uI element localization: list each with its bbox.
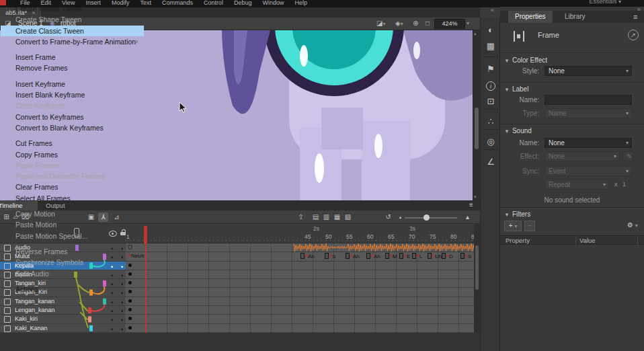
- chevron-down-icon: ▾: [514, 223, 517, 229]
- frames-row-badan[interactable]: [126, 270, 474, 279]
- sound-name-select[interactable]: None▾: [545, 138, 632, 148]
- menu-item-select-all-frames[interactable]: Select All Frames: [1, 193, 144, 204]
- submenu-arrow-icon: ›: [136, 36, 138, 47]
- layer-lock-dot[interactable]: •: [121, 299, 123, 307]
- layer-row-kaki-kiri[interactable]: Kaki_kiri••: [0, 315, 126, 323]
- menu-item-create-motion-tween[interactable]: Create Motion Tween: [1, 3, 144, 14]
- center-frame-icon[interactable]: ⊕: [413, 20, 418, 27]
- frames-row-lengan-kiri[interactable]: [126, 288, 474, 297]
- frames-row-audio[interactable]: [126, 243, 474, 252]
- timeline-zoom-out-icon[interactable]: ▴: [395, 212, 405, 222]
- cc-libraries-icon[interactable]: ◎: [481, 134, 501, 149]
- motion-editor-icon[interactable]: ∠: [481, 155, 501, 169]
- tab-properties[interactable]: Properties: [508, 11, 553, 23]
- chevron-down-icon: ▼: [504, 58, 510, 64]
- menu-item-cut-frames[interactable]: Cut Frames: [1, 138, 144, 149]
- scrollbar-thumb[interactable]: [475, 245, 479, 290]
- loop-icon[interactable]: ↺: [383, 212, 393, 222]
- info-icon[interactable]: i: [481, 78, 501, 93]
- brush-library-icon[interactable]: ∴: [481, 114, 501, 129]
- playhead-marker[interactable]: [144, 226, 147, 243]
- onion-skin-outlines-icon[interactable]: ▥: [321, 212, 331, 222]
- ruler-ticks: [126, 240, 474, 241]
- menu-commands[interactable]: Commands: [157, 0, 198, 7]
- align-icon[interactable]: ⚑: [481, 62, 501, 77]
- keyframe-dot: [417, 255, 419, 257]
- workspace-switcher[interactable]: Essentials ▾: [589, 0, 621, 5]
- section-filters[interactable]: ▼Filters: [504, 210, 530, 218]
- help-icon[interactable]: ↗: [628, 30, 639, 40]
- timeline-zoom-slider[interactable]: [405, 217, 457, 219]
- menu-item-convert-to-blank-keyframes[interactable]: Convert to Blank Keyframes: [1, 122, 144, 133]
- playhead-line: [145, 243, 147, 333]
- timeline-scrollbar[interactable]: [474, 224, 480, 333]
- keyframe-marker: [428, 253, 432, 259]
- layer-lock-dot[interactable]: •: [121, 307, 123, 315]
- layer-visible-dot[interactable]: •: [111, 299, 113, 307]
- menu-item-convert-to-frame-by-frame-animation[interactable]: Convert to Frame-by-Frame Animation›: [1, 36, 144, 47]
- color-panel-icon[interactable]: ◐: [481, 23, 501, 38]
- label-name-input[interactable]: [545, 95, 632, 105]
- panel-menu-icon[interactable]: ≡: [633, 13, 637, 21]
- modify-markers-icon[interactable]: ▧: [343, 212, 353, 222]
- stage-scrollbar[interactable]: ▴ ▾: [473, 30, 480, 200]
- frames-row-mulut[interactable]: NeutrAhSAhAhMELUhDS: [126, 252, 474, 261]
- layer-visible-dot[interactable]: •: [111, 325, 113, 334]
- frames-row-lengan-kanan[interactable]: [126, 306, 474, 315]
- section-sound[interactable]: ▼Sound: [504, 127, 532, 134]
- remove-filter-button[interactable]: −: [524, 221, 535, 231]
- layer-row-lengan-kanan[interactable]: Lengan_kanan••: [0, 306, 126, 315]
- lipsync-label-m-4: M: [385, 253, 397, 260]
- onion-skin-icon[interactable]: ▤: [311, 212, 321, 222]
- collapse-dock-icon[interactable]: «: [491, 7, 494, 13]
- menu-item-clear-frames[interactable]: Clear Frames: [1, 182, 144, 192]
- section-label[interactable]: ▼Label: [504, 85, 528, 93]
- edit-scene-icon[interactable]: ◪▾: [376, 20, 385, 27]
- menu-debug[interactable]: Debug: [229, 0, 257, 7]
- menu-item-create-classic-tween[interactable]: Create Classic Tween: [1, 26, 144, 36]
- tab-library[interactable]: Library: [558, 11, 594, 23]
- menu-window[interactable]: Window: [257, 0, 290, 7]
- scrollbar-thumb[interactable]: [475, 108, 479, 149]
- timeline-menu-icon[interactable]: ≡: [469, 201, 473, 208]
- scroll-down-icon[interactable]: ▾: [474, 194, 477, 200]
- zoom-slider-knob[interactable]: [424, 214, 430, 221]
- clip-content-icon[interactable]: □: [426, 20, 430, 27]
- layer-lock-dot[interactable]: •: [121, 325, 123, 334]
- layer-visible-dot[interactable]: •: [111, 307, 113, 315]
- menu-item-actions[interactable]: Actions: [1, 284, 144, 295]
- keyframe-marker: [346, 253, 350, 259]
- layer-row-tangan-kanan[interactable]: Tangan_kanan••: [0, 297, 126, 306]
- menu-item-remove-frames[interactable]: Remove Frames: [1, 63, 144, 73]
- frames-row-kaki-kanan[interactable]: [126, 324, 474, 333]
- frames-row-kepala[interactable]: [126, 262, 474, 270]
- edit-symbols-icon[interactable]: ◈▾: [395, 20, 403, 27]
- transform-icon[interactable]: ⊡: [481, 94, 501, 109]
- filter-options-button[interactable]: ⚙ ▾: [624, 221, 641, 231]
- layer-lock-dot[interactable]: •: [121, 316, 123, 324]
- frame-actions-icon[interactable]: ⇧: [296, 212, 306, 222]
- zoom-chevron-icon[interactable]: ▾: [467, 20, 469, 26]
- menu-item-insert-blank-keyframe[interactable]: Insert Blank Keyframe: [1, 89, 144, 100]
- scroll-up-icon[interactable]: ▴: [474, 31, 477, 36]
- frames-row-tangan-kanan[interactable]: [126, 297, 474, 306]
- section-color-effect[interactable]: ▼Color Effect: [504, 56, 547, 64]
- style-select[interactable]: None▾: [545, 66, 632, 76]
- frames-grid[interactable]: NeutrAhSAhAhMELUhDS: [126, 243, 474, 333]
- swatches-icon[interactable]: ▦: [481, 39, 501, 54]
- menu-item-copy-frames[interactable]: Copy Frames: [1, 149, 144, 160]
- layer-row-kaki-kanan[interactable]: Kaki_Kanan••: [0, 324, 126, 333]
- menu-item-insert-keyframe[interactable]: Insert Keyframe: [1, 79, 144, 89]
- menu-item-insert-frame[interactable]: Insert Frame: [1, 52, 144, 63]
- frames-row-tangan-kiri[interactable]: [126, 279, 474, 288]
- frames-row-kaki-kiri[interactable]: [126, 315, 474, 323]
- edit-multiple-frames-icon[interactable]: ▦: [332, 212, 342, 222]
- layer-visible-dot[interactable]: •: [111, 316, 113, 324]
- menu-help[interactable]: Help: [290, 0, 313, 7]
- stage-zoom-input[interactable]: 424%: [434, 19, 465, 29]
- timeline-zoom-in-icon[interactable]: ▲: [462, 212, 473, 222]
- dock-separator: [483, 56, 498, 57]
- menu-item-convert-to-keyframes[interactable]: Convert to Keyframes: [1, 112, 144, 122]
- add-filter-button[interactable]: + ▾: [504, 221, 522, 231]
- menu-control[interactable]: Control: [198, 0, 229, 7]
